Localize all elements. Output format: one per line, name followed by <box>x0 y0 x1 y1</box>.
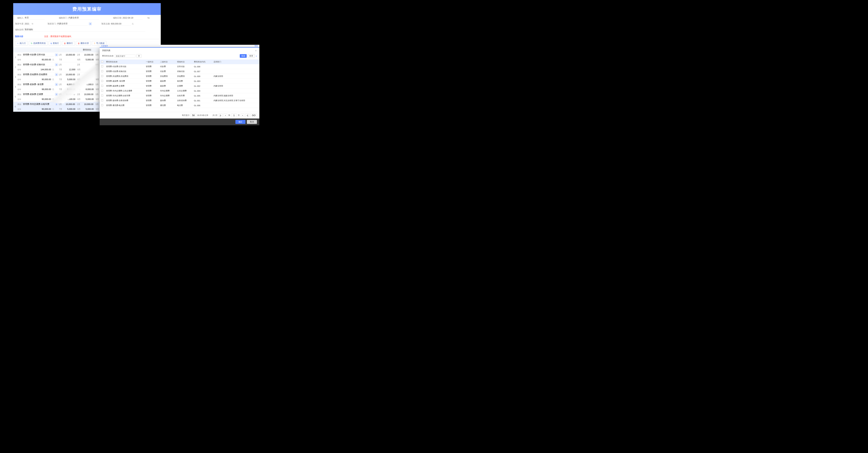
category-picker-icon[interactable]: ☰ <box>55 53 58 56</box>
page-suffix: 页 <box>238 114 240 117</box>
row-checkbox[interactable] <box>101 80 103 82</box>
amount-cell[interactable]: 5,000.00 <box>81 98 95 100</box>
amount-cell[interactable]: 10,000.00 <box>62 73 76 76</box>
category-cell[interactable]: 管理费-付款费-采购付款 <box>23 63 54 66</box>
year-total-cell[interactable]: 144,000.00 <box>23 68 52 71</box>
month-label: 8月 <box>77 88 81 91</box>
delete-row-button[interactable]: 🗑删除行 <box>62 41 75 45</box>
search-input[interactable] <box>115 54 135 58</box>
cell-name: 管理费-差旅费-交通费 <box>105 84 145 89</box>
amount-cell[interactable]: 8,000.00 <box>62 83 76 86</box>
amount-cell[interactable]: 5,000.00 <box>81 59 95 61</box>
parent-tab-monthly[interactable]: 月度预算 <box>101 45 108 47</box>
row-checkbox[interactable] <box>101 99 103 101</box>
copy-row-button[interactable]: ⧉复制行 <box>49 41 61 45</box>
cancel-button[interactable]: 取消 <box>247 120 257 124</box>
first-page-button[interactable]: |‹ <box>219 114 223 117</box>
next-page-button[interactable]: › <box>241 114 244 117</box>
table-row[interactable]: 管理费-市内交通费-出租车费管理费市内交通费出租车费GL-005内蒙业务部,福建… <box>100 93 259 98</box>
category-cell[interactable]: 管理费-市内交通费-出租车费 <box>23 103 54 106</box>
month-label: 2月 <box>76 54 81 56</box>
category-picker-icon[interactable]: ☰ <box>55 103 58 106</box>
month-label: 7月 <box>58 68 63 71</box>
close-icon[interactable]: ✕ <box>255 49 257 52</box>
expand-icon[interactable]: » <box>256 55 257 57</box>
table-row[interactable]: 管理费-通讯费-电话费管理费通讯费电话费GL-006 <box>100 103 259 108</box>
last-page-button[interactable]: ›| <box>245 114 249 117</box>
row-checkbox[interactable] <box>101 65 103 67</box>
cell-dept: 内蒙业务部,福建业务部 <box>212 93 259 98</box>
table-row[interactable]: 管理费-付款费-日常付款管理费付款费日常付款GL-008 <box>100 64 259 69</box>
table-row[interactable]: 管理费-其他费用-其他费用管理费其他费用其他费用GL-009内蒙业务部 <box>100 74 259 79</box>
go-button[interactable]: GO <box>250 114 257 117</box>
perpage-input[interactable] <box>191 114 196 117</box>
page-prefix: 第 <box>228 114 230 117</box>
table-row[interactable]: 管理费-差旅费- 食宿费管理费差旅费食宿费GL-003 <box>100 79 259 84</box>
page-input[interactable] <box>231 114 237 117</box>
table-row[interactable]: 管理费-付款费-采购付款管理费付款费采购付款GL-007 <box>100 69 259 74</box>
month-label: 8月 <box>77 68 81 71</box>
row-checkbox[interactable] <box>101 90 103 92</box>
category-picker-icon[interactable]: ☰ <box>55 73 58 76</box>
ok-button[interactable]: 确定 <box>236 120 245 124</box>
category-picker-icon[interactable]: ☰ <box>55 63 58 66</box>
amount-cell[interactable]: 10,000.00 <box>62 54 76 56</box>
row-checkbox[interactable] <box>101 95 103 97</box>
choose-category-button[interactable]: ↻选择费用类别 <box>29 41 48 45</box>
page-title: 费用预算编审 <box>72 6 101 12</box>
year-total-cell[interactable]: 90,000.00 <box>23 78 52 81</box>
table-row[interactable]: 管理费-接待费-业务招待费管理费接待费业务招待费GL-001内蒙业务部,河北业务… <box>100 98 259 103</box>
category-picker-icon[interactable]: ☰ <box>55 83 58 86</box>
category-cell[interactable]: 管理费-差旅费-交通费 <box>23 93 54 96</box>
amount-cell[interactable]: 5,000.00 <box>81 108 95 110</box>
row-checkbox[interactable] <box>101 85 103 87</box>
filter-button[interactable]: 筛选 <box>240 54 247 58</box>
delete-all-button[interactable]: 🗑删除全部 <box>76 41 91 45</box>
amount-cell[interactable]: 10,000.00 <box>81 54 95 56</box>
pager: 每页显示 条/共9条记录 共1页 |‹ ‹ 第 页 › ›| GO <box>100 112 259 119</box>
tab-budget-content[interactable]: 预算内容 <box>15 35 23 38</box>
month-label: 7月 <box>58 98 63 101</box>
amount-cell[interactable]: 8,000.00 <box>81 88 95 91</box>
insert-row-button[interactable]: ＋插入行 <box>15 41 28 45</box>
year-total-cell[interactable]: 90,000.00 <box>23 59 52 61</box>
row-checkbox[interactable] <box>101 70 103 72</box>
row-cat-label: 类别 <box>18 93 23 96</box>
amount-cell[interactable]: 5,000.00 <box>63 78 77 81</box>
reset-button[interactable]: 重置 <box>248 54 255 58</box>
cell-dept: 内蒙业务部,河北业务部,甘青宁业务部 <box>212 98 259 103</box>
amount-cell[interactable]: 10,000.00 <box>62 93 76 96</box>
desc-value[interactable]: 预算编制 <box>24 28 146 32</box>
prev-page-button[interactable]: ‹ <box>224 114 227 117</box>
amount-cell[interactable]: 10,000.00 <box>81 103 95 105</box>
category-cell[interactable]: 管理费-付款费-日常付款 <box>23 53 54 56</box>
row-checkbox[interactable] <box>101 104 103 106</box>
amount-cell[interactable]: 12,000 <box>63 68 77 71</box>
choose-label: 选择费用类别 <box>33 42 45 45</box>
row-checkbox[interactable] <box>101 75 103 77</box>
amount-cell[interactable]: 10,000.00 <box>62 103 76 105</box>
amount-cell[interactable]: 8,000.00 <box>63 88 77 91</box>
amount-cell[interactable]: 5,000.00 <box>63 98 77 100</box>
cell-code: GL-004 <box>192 89 212 93</box>
clear-button[interactable]: 空 <box>136 54 142 58</box>
table-row[interactable]: 管理费-市内交通费-公共交通费管理费市内交通费公共交通费GL-004 <box>100 89 259 93</box>
year-total-cell[interactable]: 90,000.00 <box>23 98 52 100</box>
dept-picker-icon[interactable]: ☰ <box>89 22 92 25</box>
year-total-cell[interactable]: 96,000.00 <box>23 88 52 91</box>
month-label: 2月 <box>76 83 81 86</box>
category-cell[interactable]: 管理费-其他费用-其他费用 <box>23 73 54 76</box>
col-l2: 二级科目 <box>159 60 176 64</box>
category-picker-icon[interactable]: ☰ <box>55 93 58 96</box>
amount-cell[interactable]: 8,000.0 <box>81 83 95 86</box>
table-row[interactable]: 管理费-差旅费-交通费管理费差旅费交通费GL-002内蒙业务部 <box>100 84 259 89</box>
cell-name: 管理费-付款费-采购付款 <box>105 69 145 74</box>
parent-help-link[interactable]: 帮助 <box>254 45 258 47</box>
amount-cell[interactable]: 5,000.00 <box>63 108 77 110</box>
select-all-checkbox[interactable] <box>101 61 103 63</box>
total-unit: 元 <box>132 23 134 25</box>
category-cell[interactable]: 管理费-差旅费- 食宿费 <box>23 83 54 86</box>
amount-cell[interactable]: 10,000.00 <box>81 93 95 96</box>
cell-code: GL-001 <box>192 98 212 103</box>
year-total-cell[interactable]: 90,000.00 <box>23 108 52 110</box>
